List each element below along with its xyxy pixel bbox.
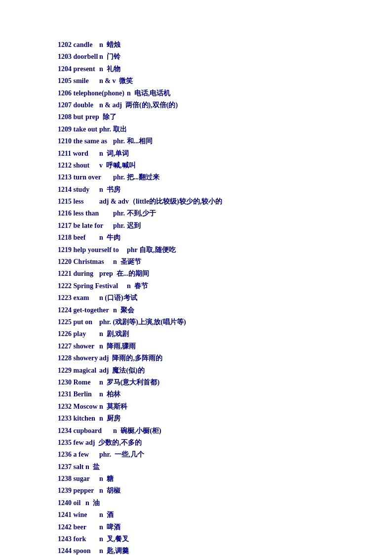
entry-text: 1228 showery adj 降雨的,多阵雨的 bbox=[58, 353, 162, 364]
entry-text: 1234 cupboard n 碗橱,小橱(柜) bbox=[58, 426, 161, 436]
entry-text: 1244 spoon n 匙,调羹 bbox=[58, 546, 129, 555]
vocab-item-1228: 1228 showery adj 降雨的,多阵雨的 bbox=[58, 353, 334, 364]
vocab-item-1243: 1243 fork n 叉,餐叉 bbox=[58, 534, 334, 545]
vocab-item-1238: 1238 sugar n 糖 bbox=[58, 473, 334, 484]
vocab-item-1233: 1233 kitchen n 厨房 bbox=[58, 413, 334, 424]
entry-text: 1229 magical adj 魔法(似)的 bbox=[58, 365, 145, 376]
vocab-item-1212: 1212 shout v 呼喊,喊叫 bbox=[58, 160, 334, 171]
vocab-item-1225: 1225 put on phr. (戏剧等)上演,放(唱片等) bbox=[58, 317, 334, 328]
entry-text: 1208 but prep 除了 bbox=[58, 112, 117, 123]
entry-text: 1224 get-together n 聚会 bbox=[58, 305, 134, 316]
vocab-item-1242: 1242 beer n 啤酒 bbox=[58, 522, 334, 533]
vocab-item-1207: 1207 double n & adj 两倍(的),双倍(的) bbox=[58, 100, 334, 111]
entry-text: 1204 present n 礼物 bbox=[58, 64, 120, 75]
vocab-item-1204: 1204 present n 礼物 bbox=[58, 64, 334, 75]
entry-text: 1226 play n 剧,戏剧 bbox=[58, 329, 129, 340]
vocab-item-1227: 1227 shower n 降雨,骤雨 bbox=[58, 341, 334, 352]
vocab-item-1235: 1235 few adj 少数的,不多的 bbox=[58, 437, 334, 448]
entry-text: 1206 telephone(phone) n 电话,电话机 bbox=[58, 88, 170, 99]
entry-text: 1242 beer n 啤酒 bbox=[58, 522, 120, 533]
vocab-item-1239: 1239 pepper n 胡椒 bbox=[58, 485, 334, 496]
entry-text: 1212 shout v 呼喊,喊叫 bbox=[58, 160, 136, 171]
vocab-item-1219: 1219 help yourself to phr 自取,随便吃 bbox=[58, 245, 334, 256]
vocab-item-1226: 1226 play n 剧,戏剧 bbox=[58, 329, 334, 340]
vocab-item-1202: 1202 candle n 蜡烛 bbox=[58, 40, 334, 50]
entry-text: 1215 less adj & adv（little的比较级)较少的,较小的 bbox=[58, 196, 222, 207]
vocab-item-1236: 1236 a few phr. 一些,几个 bbox=[58, 449, 334, 460]
entry-text: 1210 the same as phr. 和...相同 bbox=[58, 136, 153, 147]
entry-text: 1221 during prep 在...的期间 bbox=[58, 268, 149, 279]
entry-text: 1239 pepper n 胡椒 bbox=[58, 485, 120, 496]
entry-text: 1209 take out phr. 取出 bbox=[58, 124, 127, 135]
vocab-item-1214: 1214 study n 书房 bbox=[58, 184, 334, 195]
vocab-item-1208: 1208 but prep 除了 bbox=[58, 112, 334, 123]
vocab-item-1205: 1205 smile n & v 微笑 bbox=[58, 76, 334, 86]
vocab-item-1244: 1244 spoon n 匙,调羹 bbox=[58, 546, 334, 555]
entry-text: 1231 Berlin n 柏林 bbox=[58, 389, 120, 400]
entry-text: 1205 smile n & v 微笑 bbox=[58, 76, 133, 86]
vocab-item-1222: 1222 Spring Festival n 春节 bbox=[58, 281, 334, 292]
entry-text: 1203 doorbell n 门铃 bbox=[58, 51, 120, 62]
vocab-item-1216: 1216 less than phr. 不到,少于 bbox=[58, 208, 334, 219]
entry-text: 1223 exam n (口语)考试 bbox=[58, 293, 137, 303]
entry-text: 1211 word n 词,单词 bbox=[58, 148, 129, 159]
vocab-item-1223: 1223 exam n (口语)考试 bbox=[58, 293, 334, 303]
entry-text: 1213 turn over phr. 把...翻过来 bbox=[58, 172, 159, 183]
entry-text: 1218 beef n 牛肉 bbox=[58, 232, 120, 243]
vocab-item-1213: 1213 turn over phr. 把...翻过来 bbox=[58, 172, 334, 183]
entry-text: 1222 Spring Festival n 春节 bbox=[58, 281, 148, 292]
vocabulary-list: 1202 candle n 蜡烛1203 doorbell n 门铃1204 p… bbox=[58, 40, 334, 555]
entry-text: 1219 help yourself to phr 自取,随便吃 bbox=[58, 245, 176, 256]
vocab-item-1206: 1206 telephone(phone) n 电话,电话机 bbox=[58, 88, 334, 99]
vocab-item-1220: 1220 Christmas n 圣诞节 bbox=[58, 256, 334, 267]
vocab-item-1211: 1211 word n 词,单词 bbox=[58, 148, 334, 159]
entry-text: 1230 Rome n 罗马(意大利首都) bbox=[58, 377, 159, 388]
entry-text: 1241 wine n 酒 bbox=[58, 510, 114, 520]
vocab-item-1232: 1232 Moscow n 莫斯科 bbox=[58, 401, 334, 412]
vocab-item-1237: 1237 salt n 盐 bbox=[58, 462, 334, 472]
entry-text: 1225 put on phr. (戏剧等)上演,放(唱片等) bbox=[58, 317, 186, 328]
vocab-item-1229: 1229 magical adj 魔法(似)的 bbox=[58, 365, 334, 376]
vocab-item-1210: 1210 the same as phr. 和...相同 bbox=[58, 136, 334, 147]
entry-text: 1237 salt n 盐 bbox=[58, 462, 100, 472]
entry-text: 1232 Moscow n 莫斯科 bbox=[58, 401, 127, 412]
entry-text: 1207 double n & adj 两倍(的),双倍(的) bbox=[58, 100, 178, 111]
vocab-item-1217: 1217 be late for phr. 迟到 bbox=[58, 220, 334, 231]
vocab-item-1234: 1234 cupboard n 碗橱,小橱(柜) bbox=[58, 426, 334, 436]
entry-text: 1227 shower n 降雨,骤雨 bbox=[58, 341, 136, 352]
vocab-item-1231: 1231 Berlin n 柏林 bbox=[58, 389, 334, 400]
entry-text: 1220 Christmas n 圣诞节 bbox=[58, 256, 141, 267]
entry-text: 1240 oil n 油 bbox=[58, 498, 100, 509]
entry-text: 1217 be late for phr. 迟到 bbox=[58, 220, 141, 231]
vocab-item-1240: 1240 oil n 油 bbox=[58, 498, 334, 509]
vocab-item-1241: 1241 wine n 酒 bbox=[58, 510, 334, 520]
vocab-item-1218: 1218 beef n 牛肉 bbox=[58, 232, 334, 243]
vocab-item-1221: 1221 during prep 在...的期间 bbox=[58, 268, 334, 279]
entry-text: 1202 candle n 蜡烛 bbox=[58, 40, 120, 50]
entry-text: 1238 sugar n 糖 bbox=[58, 473, 114, 484]
entry-text: 1236 a few phr. 一些,几个 bbox=[58, 449, 144, 460]
vocab-item-1209: 1209 take out phr. 取出 bbox=[58, 124, 334, 135]
vocab-item-1203: 1203 doorbell n 门铃 bbox=[58, 51, 334, 62]
entry-text: 1243 fork n 叉,餐叉 bbox=[58, 534, 129, 545]
vocab-item-1224: 1224 get-together n 聚会 bbox=[58, 305, 334, 316]
entry-text: 1214 study n 书房 bbox=[58, 184, 120, 195]
entry-text: 1235 few adj 少数的,不多的 bbox=[58, 437, 142, 448]
entry-text: 1233 kitchen n 厨房 bbox=[58, 413, 120, 424]
entry-text: 1216 less than phr. 不到,少于 bbox=[58, 208, 156, 219]
vocab-item-1215: 1215 less adj & adv（little的比较级)较少的,较小的 bbox=[58, 196, 334, 207]
vocab-item-1230: 1230 Rome n 罗马(意大利首都) bbox=[58, 377, 334, 388]
